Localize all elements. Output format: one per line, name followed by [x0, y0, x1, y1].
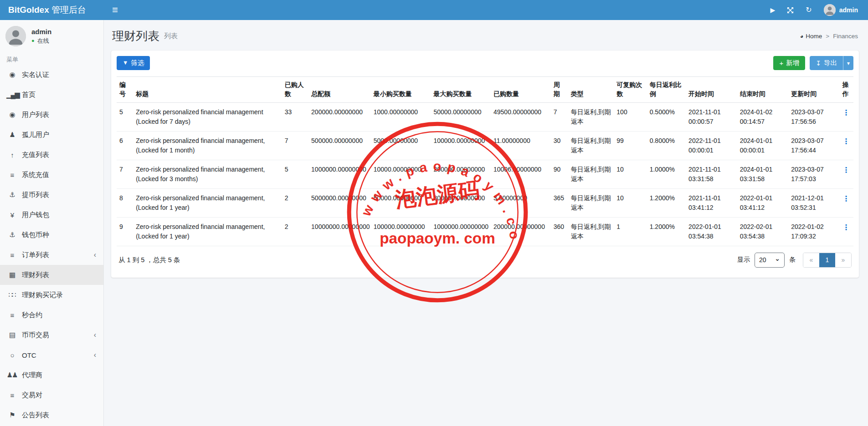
sidebar-item-user-list[interactable]: ◉用户列表 — [0, 105, 103, 125]
refresh-icon[interactable]: ↻ — [806, 6, 812, 14]
cell-title: Zero-risk personalized financial managem… — [133, 188, 282, 217]
cell-updated: 2023-03-07 17:57:03 — [788, 160, 840, 188]
cell-rebuy: 1 — [614, 217, 647, 246]
sidebar-item-agents[interactable]: ♟♟代理商 — [0, 365, 103, 385]
pagination-prev[interactable]: « — [803, 253, 819, 267]
sidebar-item-real-name-auth[interactable]: ◉实名认证 — [0, 65, 103, 85]
sidebar-item-trade-pairs[interactable]: ≡交易对 — [0, 385, 103, 405]
sidebar-item-system-deposit[interactable]: ≡系统充值 — [0, 165, 103, 185]
topbar-user-menu[interactable]: admin — [824, 4, 858, 16]
cell-max: 1000000.00000000 — [431, 217, 491, 246]
cell-type: 每日返利,到期返本 — [568, 188, 614, 217]
sidebar-item-orphan-users[interactable]: ♟孤儿用户 — [0, 125, 103, 145]
cell-buyers: 7 — [282, 131, 308, 160]
sidebar-item-label: 公告列表 — [22, 411, 99, 420]
cell-max: 100000.00000000 — [431, 131, 491, 160]
sidebar-item-otc[interactable]: ○OTC‹ — [0, 345, 103, 365]
download-icon: ↧ — [816, 60, 821, 66]
sidebar-item-label: 首页 — [22, 91, 99, 99]
sidebar-item-order-list[interactable]: ≡订单列表‹ — [0, 245, 103, 265]
sidebar-item-announcement-list[interactable]: ⚑公告列表 — [0, 405, 103, 425]
sidebar-item-label: 用户钱包 — [22, 211, 99, 219]
users-icon: ♟♟ — [6, 371, 17, 379]
filter-button[interactable]: ▼筛选 — [117, 56, 150, 70]
brand-logo[interactable]: BitGoldex 管理后台 — [0, 4, 104, 16]
cell-updated: 2022-01-02 17:09:32 — [788, 217, 840, 246]
sidebar-item-coin-trade[interactable]: ▤币币交易‹ — [0, 325, 103, 345]
add-button[interactable]: +新增 — [773, 56, 805, 70]
export-button[interactable]: ↧导出 — [810, 56, 843, 70]
chevron-left-icon: ‹ — [94, 251, 96, 259]
sidebar-toggle-icon[interactable]: ≡ — [112, 5, 118, 15]
sidebar-item-deposit-list[interactable]: ↑充值列表 — [0, 145, 103, 165]
row-actions-menu-icon[interactable]: ⋮ — [842, 166, 850, 174]
column-header-updated: 更新时间 — [788, 77, 840, 102]
cell-min: 10000.00000000 — [371, 160, 431, 188]
pagination-page-1[interactable]: 1 — [819, 253, 835, 267]
table-row: 7Zero-risk personalized financial manage… — [117, 160, 853, 188]
export-dropdown-toggle[interactable]: ▾ — [843, 56, 853, 70]
sidebar-item-label: 理财购买记录 — [22, 291, 99, 299]
anchor-icon: ⚓ — [6, 231, 17, 239]
page-title: 理财列表 — [112, 28, 159, 44]
cell-max: 300000.00000000 — [431, 188, 491, 217]
cell-start: 2021-11-01 00:00:57 — [686, 102, 737, 131]
cell-type: 每日返利,到期返本 — [568, 102, 614, 131]
brand-suffix: 管理后台 — [49, 5, 86, 15]
row-actions-menu-icon[interactable]: ⋮ — [842, 109, 850, 117]
yen-icon: ¥ — [6, 211, 17, 219]
cell-id: 7 — [117, 160, 133, 188]
fullscreen-icon[interactable] — [787, 7, 794, 14]
row-actions-menu-icon[interactable]: ⋮ — [842, 195, 850, 203]
cell-rate: 0.8000% — [647, 131, 686, 160]
cell-start: 2021-11-01 03:31:58 — [686, 160, 737, 188]
column-header-quota: 总配额 — [308, 77, 371, 102]
sidebar-item-finance-purchase-records[interactable]: ∷∷理财购买记录 — [0, 285, 103, 305]
sidebar-item-label: 用户列表 — [22, 111, 99, 119]
online-status-icon: ● — [31, 38, 35, 43]
cell-action: ⋮ — [840, 160, 853, 188]
column-header-end: 结束时间 — [737, 77, 789, 102]
cell-end: 2022-02-01 03:54:38 — [737, 217, 789, 246]
sidebar-username: admin — [31, 28, 51, 36]
cell-quota: 1000000.00000000 — [308, 160, 371, 188]
show-label: 显示 — [737, 256, 750, 264]
column-header-title: 标题 — [133, 77, 282, 102]
cell-updated: 2023-03-07 17:56:44 — [788, 131, 840, 160]
cell-end: 2024-01-01 03:31:58 — [737, 160, 789, 188]
cell-title: Zero-risk personalized financial managem… — [133, 131, 282, 160]
cell-bought: 10006.00000000 — [491, 160, 551, 188]
column-header-max: 最大购买数量 — [431, 77, 491, 102]
cell-end: 2024-01-02 00:14:57 — [737, 102, 789, 131]
sidebar-item-withdraw-list[interactable]: ⚓提币列表 — [0, 185, 103, 205]
cell-rate: 0.5000% — [647, 102, 686, 131]
breadcrumb: ◕Home > Finances — [800, 33, 858, 40]
column-header-rebuy: 可复购次数 — [614, 77, 647, 102]
cell-rebuy: 10 — [614, 160, 647, 188]
cell-id: 8 — [117, 188, 133, 217]
bars-icon: ≡ — [6, 251, 17, 259]
play-icon[interactable]: ▶ — [770, 7, 776, 13]
row-actions-menu-icon[interactable]: ⋮ — [842, 223, 850, 231]
breadcrumb-home-link[interactable]: ◕Home — [800, 33, 822, 40]
sidebar-item-second-contract[interactable]: ≡秒合约 — [0, 305, 103, 325]
sidebar-item-user-wallet[interactable]: ¥用户钱包 — [0, 205, 103, 225]
cell-min: 5000.00000000 — [371, 131, 431, 160]
page-size-select[interactable]: 20 ⌄ — [755, 253, 785, 268]
cell-min: 1000.00000000 — [371, 102, 431, 131]
row-actions-menu-icon[interactable]: ⋮ — [842, 137, 850, 145]
page-size-value: 20 — [759, 256, 766, 264]
sidebar-menu: ◉实名认证▁▄▆首页◉用户列表♟孤儿用户↑充值列表≡系统充值⚓提币列表¥用户钱包… — [0, 65, 103, 425]
sidebar-item-finance-list[interactable]: ▦理财列表 — [0, 265, 103, 285]
main-content: 理财列表 列表 ◕Home > Finances ▼筛选 +新增 ↧导出 ▾ 编… — [104, 20, 868, 426]
cell-end: 2022-01-01 03:41:12 — [737, 188, 789, 217]
column-header-buyers: 已购人数 — [282, 77, 308, 102]
cell-min: 100000.00000000 — [371, 217, 431, 246]
sidebar-item-wallet-coins[interactable]: ⚓钱包币种 — [0, 225, 103, 245]
sidebar-item-home[interactable]: ▁▄▆首页 — [0, 85, 103, 105]
pagination-next[interactable]: » — [835, 253, 851, 267]
cell-type: 每日返利,到期返本 — [568, 217, 614, 246]
cell-period: 360 — [551, 217, 568, 246]
sidebar-item-label: 订单列表 — [22, 251, 94, 259]
cell-buyers: 2 — [282, 217, 308, 246]
